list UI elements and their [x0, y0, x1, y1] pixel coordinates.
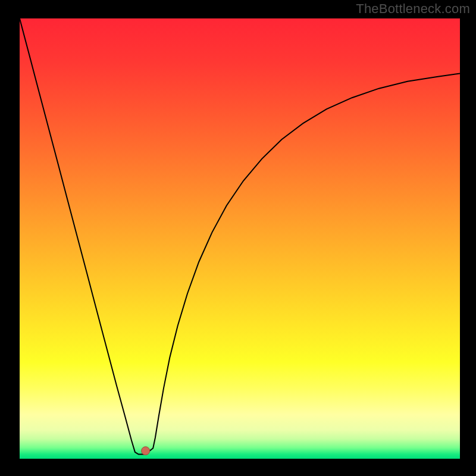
plot-frame — [20, 18, 460, 459]
watermark-text: TheBottleneck.com — [356, 1, 470, 17]
chart-root: TheBottleneck.com — [0, 0, 476, 476]
plot-svg — [20, 18, 460, 459]
marker-dot — [142, 447, 150, 455]
